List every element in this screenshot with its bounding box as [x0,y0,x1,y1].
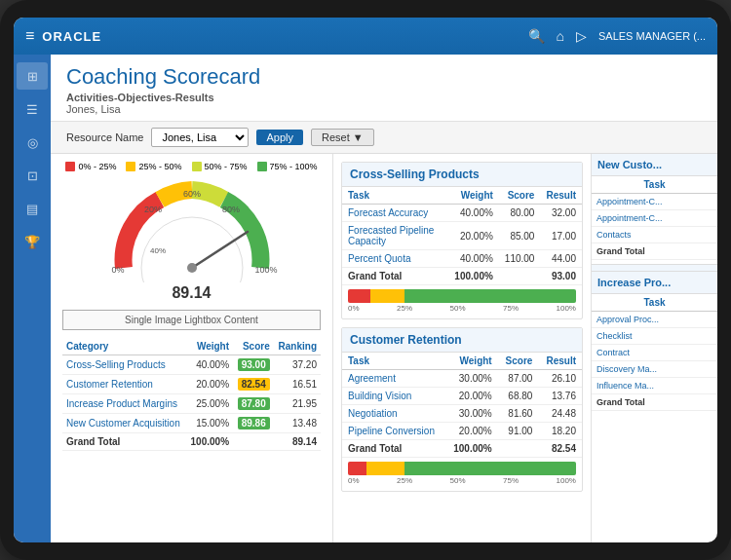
cs-progress-row: 0% 25% 50% 75% 100% [342,285,582,318]
main-layout: ⊞ ☰ ◎ ⊡ ▤ 🏆 Coaching Scorecard Activitie… [14,55,717,542]
cr-progress-row: 0% 25% 50% 75% 100% [342,458,582,491]
task-cell[interactable]: Discovery Ma... [592,361,717,378]
task-cell[interactable]: Forecast Accuracy [342,205,448,222]
cr-progress-red [348,462,366,475]
task-cell[interactable]: Approval Proc... [592,312,717,328]
list-item: Contacts [592,227,717,243]
sidebar-item-box[interactable]: ⊡ [17,162,48,189]
svg-text:0%: 0% [111,265,124,275]
score-cell: 110.00 [499,250,541,268]
task-cell[interactable]: Appointment-C... [592,210,717,227]
nc-col-task: Task [592,176,717,194]
gt-ranking: 89.14 [274,433,321,451]
weight-cell: 40.00% [448,250,498,268]
cr-progress-labels: 0% 25% 50% 75% 100% [348,476,576,485]
cs-progress-green [404,289,576,303]
user-label: SALES MANAGER (... [598,30,706,42]
grand-total-row: Grand Total100.00%93.00 [342,268,582,285]
task-cell[interactable]: Building Vision [342,388,445,405]
list-item: Discovery Ma... [592,361,717,378]
category-cell[interactable]: Increase Product Margins [62,394,186,414]
sidebar-item-list[interactable]: ☰ [17,95,48,123]
tablet-frame: ≡ ORACLE 🔍 ⌂ ▷ SALES MANAGER (... ⊞ ☰ ◎ … [0,0,731,560]
col-score: Score [233,338,274,355]
ranking-cell: 21.95 [274,394,321,414]
legend-label-red: 0% - 25% [78,162,116,171]
cs-progress-yellow [370,289,404,303]
task-cell[interactable]: Negotiation [342,405,445,423]
result-cell: 44.00 [540,250,582,268]
task-cell[interactable]: Influence Ma... [592,378,717,394]
score-cell: 93.00 [233,355,274,375]
legend-dot-red [65,162,75,171]
table-row: Forecast Accuracy 40.00% 80.00 32.00 [342,205,582,222]
center-panels: Cross-Selling Products Task Weight Score [333,154,591,542]
page-subtitle: Activities-Objectives-Results [66,92,702,103]
list-item: Influence Ma... [592,378,717,394]
score-cell: 87.80 [233,394,274,414]
task-cell[interactable]: Appointment-C... [592,194,717,210]
gt-score [233,433,274,451]
sidebar-item-trophy[interactable]: 🏆 [17,228,48,255]
list-item: Approval Proc... [592,312,717,328]
new-customer-table: Task Appointment-C...Appointment-C...Con… [592,176,717,260]
header-left: ≡ ORACLE [25,27,101,45]
legend-label-lime: 50% - 75% [205,162,248,171]
table-row: Negotiation 30.00% 81.60 24.48 [342,405,582,423]
category-cell[interactable]: New Customer Acquisition [62,414,186,433]
ranking-cell: 37.20 [274,355,321,375]
legend-dot-green [257,162,267,171]
col-weight: Weight [186,338,233,355]
grand-total-row: Grand Total [592,243,717,260]
task-cell[interactable]: Percent Quota [342,250,448,268]
task-cell[interactable]: Contract [592,345,717,361]
filter-label: Resource Name [66,131,143,143]
play-icon[interactable]: ▷ [576,28,587,44]
score-cell: 80.00 [499,205,541,222]
cr-progress-green [404,462,576,475]
score-cell: 91.00 [498,423,539,440]
filter-bar: Resource Name Jones, Lisa Apply Reset ▼ [51,122,717,154]
task-cell[interactable]: Contacts [592,227,717,243]
sidebar-item-panel[interactable]: ▤ [17,195,48,222]
weight-cell: 30.00% [445,370,498,388]
cross-selling-panel: Cross-Selling Products Task Weight Score [341,162,583,319]
svg-text:40%: 40% [149,246,165,255]
reset-button[interactable]: Reset ▼ [311,129,374,146]
task-cell[interactable]: Agreement [342,370,445,388]
new-customer-header: New Custo... [592,154,717,176]
search-icon[interactable]: 🔍 [528,28,545,44]
weight-cell: 20.00% [186,375,233,394]
apply-button[interactable]: Apply [256,130,303,145]
weight-cell: 15.00% [186,414,233,433]
table-row: Agreement 30.00% 87.00 26.10 [342,370,582,388]
cr-progress-track [348,462,576,475]
page-subtitle2: Jones, Lisa [66,103,702,115]
cs-progress-red [348,289,370,303]
svg-text:20%: 20% [143,205,161,214]
cr-table: Task Weight Score Result Agreement 30.00… [342,353,582,458]
result-cell: 24.48 [538,405,582,423]
lightbox-hint[interactable]: Single Image Lightbox Content [62,310,321,330]
home-icon[interactable]: ⌂ [557,28,564,44]
resource-name-select[interactable]: Jones, Lisa [151,128,249,147]
page-title: Coaching Scorecard [66,64,702,90]
sidebar: ⊞ ☰ ◎ ⊡ ▤ 🏆 [14,55,51,542]
legend-dot-yellow [126,162,135,171]
sidebar-item-grid[interactable]: ⊞ [17,62,48,90]
category-cell[interactable]: Cross-Selling Products [62,355,186,375]
col-ranking: Ranking [274,338,321,355]
gauge-value: 89.14 [172,284,211,302]
right-far-panel: New Custo... Task Appointment-C...Appoin… [591,154,717,542]
task-cell[interactable]: Checklist [592,328,717,345]
task-cell[interactable]: Pipeline Conversion [342,423,445,440]
gauge-container: 0% - 25% 25% - 50% 50% - 75% [62,162,321,302]
app-header: ≡ ORACLE 🔍 ⌂ ▷ SALES MANAGER (... [14,18,717,55]
hamburger-icon[interactable]: ≡ [25,27,34,45]
sidebar-item-circle[interactable]: ◎ [17,129,48,156]
ip-col-task: Task [592,294,717,312]
task-cell[interactable]: Forecasted Pipeline Capacity [342,222,448,250]
category-cell[interactable]: Customer Retention [62,375,186,394]
gt-weight: 100.00% [186,433,233,451]
cr-col-score: Score [498,353,539,370]
